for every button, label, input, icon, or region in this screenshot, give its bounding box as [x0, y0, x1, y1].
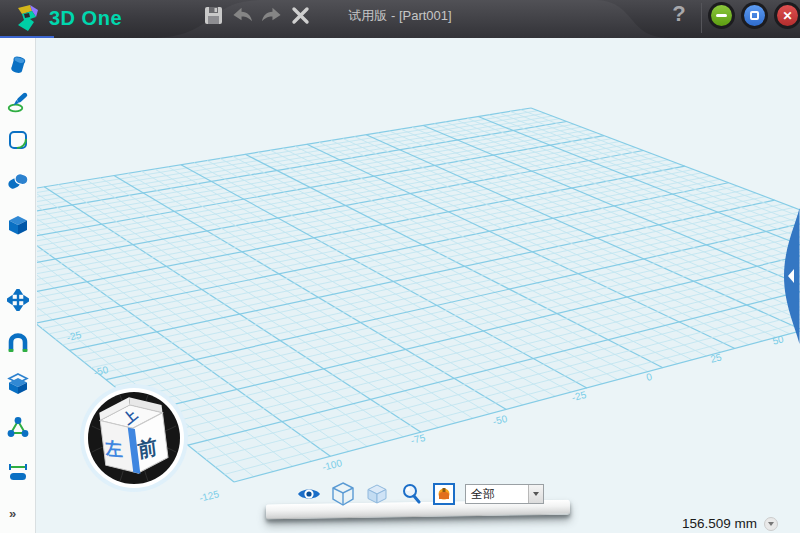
sidebar-item-move[interactable]: [7, 289, 29, 311]
redo-icon: [261, 6, 282, 24]
close-icon: ✕: [782, 10, 792, 22]
sidebar-item-sketch-pen[interactable]: [7, 91, 29, 113]
sidebar-item-measure[interactable]: [7, 460, 29, 482]
maximize-button[interactable]: [741, 2, 768, 29]
redo-button[interactable]: [261, 4, 282, 26]
magnifier-icon: [401, 483, 421, 505]
sidebar-item-layers[interactable]: [7, 373, 29, 395]
measurement-dropdown-button[interactable]: [764, 517, 778, 531]
view-cube[interactable]: 上 左 前: [78, 382, 190, 494]
app-logo-icon: [16, 5, 40, 31]
sidebar-expand-button[interactable]: »: [9, 506, 16, 521]
sidebar-item-boolean[interactable]: [7, 170, 29, 192]
sketch-pen-icon: [7, 91, 29, 113]
app-logo: 3D One: [16, 5, 122, 31]
viewport-canvas[interactable]: -125 -100 -75 -50 -25 0 25 50 -25 -50: [37, 38, 800, 533]
move-icon: [7, 289, 29, 311]
measurement-readout: 156.509 mm: [682, 516, 778, 531]
material-picker-button[interactable]: [433, 483, 455, 505]
app-window: 3D One: [0, 0, 800, 533]
eye-icon: [297, 486, 321, 502]
solid-cube-icon: [7, 214, 29, 236]
shaded-cube-icon: [366, 483, 388, 505]
wireframe-view-button[interactable]: [331, 482, 355, 506]
document-title: 试用版 - [Part001]: [300, 7, 500, 25]
zoom-button[interactable]: [399, 482, 423, 506]
help-button[interactable]: ?: [668, 1, 690, 31]
undo-icon: [232, 6, 253, 24]
filter-dropdown-button[interactable]: [528, 485, 543, 503]
primitive-cylinder-icon: [7, 54, 29, 76]
window-separator: [701, 3, 702, 33]
measure-icon: [7, 460, 29, 482]
chevron-down-icon: [768, 522, 774, 526]
sidebar-item-primitive[interactable]: [7, 54, 29, 76]
filter-dropdown-value: 全部: [466, 486, 528, 503]
bend-magnet-icon: [7, 332, 29, 354]
minimize-icon: [716, 14, 727, 17]
shaded-view-button[interactable]: [365, 482, 389, 506]
maximize-icon: [750, 11, 759, 20]
undo-button[interactable]: [232, 4, 253, 26]
brand-name: 3D One: [49, 7, 122, 30]
bottom-toolbar: 全部: [297, 480, 544, 508]
assembly-nodes-icon: [7, 416, 29, 438]
visibility-button[interactable]: [297, 482, 321, 506]
minimize-button[interactable]: [708, 2, 735, 29]
sidebar-item-sketch-shape[interactable]: [7, 129, 29, 151]
title-bar: 3D One: [0, 0, 800, 38]
sidebar-item-solid-cube[interactable]: [7, 214, 29, 236]
sketch-shape-icon: [7, 129, 29, 151]
save-icon: [204, 6, 223, 25]
filter-dropdown[interactable]: 全部: [465, 484, 544, 504]
close-button[interactable]: ✕: [774, 2, 800, 29]
sidebar-item-bend[interactable]: [7, 332, 29, 354]
sidebar-item-assembly[interactable]: [7, 416, 29, 438]
sidebar: »: [0, 38, 36, 533]
save-button[interactable]: [203, 4, 224, 26]
wireframe-cube-icon: [332, 482, 354, 506]
dropdown-arrow-icon: [533, 492, 539, 496]
layers-cube-icon: [7, 373, 29, 395]
right-panel-tab[interactable]: [783, 208, 800, 344]
measurement-value: 156.509 mm: [682, 516, 757, 531]
boolean-combine-icon: [7, 170, 29, 192]
svg-text:左: 左: [103, 438, 124, 460]
material-icon: [437, 487, 451, 501]
